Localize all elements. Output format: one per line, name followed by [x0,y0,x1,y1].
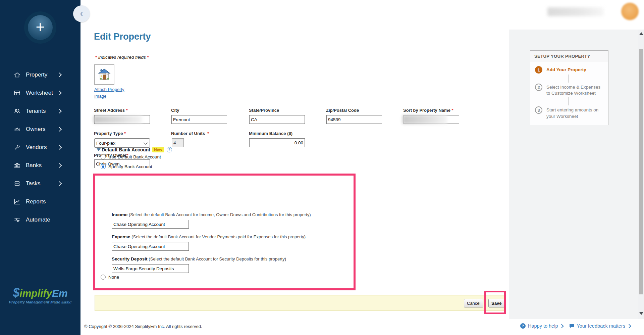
property-image-thumbnail[interactable] [94,64,114,85]
step-1-label: Add Your Property [546,66,586,73]
add-new-button-circle: + [28,15,53,40]
right-panel: SETUP YOUR PROPERTY 1 Add Your Property … [509,30,638,319]
title-divider [94,47,505,47]
sidebar-item-label: Owners [26,126,46,133]
property-type-value: Four-plex [96,141,115,146]
worksheet-icon [13,89,21,97]
sort-name-label: Sort by Property Name * [403,108,453,113]
sliders-icon [13,216,21,224]
happy-to-help-link[interactable]: ? Happy to help [520,323,567,329]
state-input[interactable] [249,115,305,124]
income-label: Income (Select the default Bank Account … [112,212,311,217]
step-connector [569,97,569,105]
radio-label: Specify Bank Account [108,164,152,169]
attach-property-image-link[interactable]: Attach Property Image [94,86,128,100]
cancel-button[interactable]: Cancel [464,299,483,307]
property-type-label: Property Type * [94,131,126,136]
add-new-button[interactable]: + [24,11,56,44]
highlight-annotation-save [484,291,506,314]
sidebar-item-label: Reports [26,198,46,205]
app-window: + Property Worksheet [0,0,644,335]
chevron-down-icon [144,141,147,144]
chevron-right-icon [57,163,62,168]
chevron-right-icon [560,324,564,328]
expense-label: Expense (Select the default Bank Account… [112,234,306,239]
collapse-triangle-icon[interactable] [97,148,101,151]
units-input [172,138,184,147]
step-1-badge: 1 [535,66,542,74]
sidebar-item-label: Banks [26,162,42,169]
simplifyem-logo: $implifyEm Property Management Made Easy… [0,286,80,304]
help-circle-icon: ? [520,323,526,329]
radio-specify-bank[interactable]: Specify Bank Account [101,164,152,169]
units-label: Number of Units * [171,131,209,136]
sidebar-item-worksheet[interactable]: Worksheet [0,84,80,102]
radio-use-default-bank[interactable]: Use Default Bank Account [101,154,161,159]
chevron-right-icon [57,73,62,77]
required-fields-note: * indicates required fields * [95,55,149,60]
radio-none[interactable]: None [101,275,119,280]
radio-icon [101,275,106,280]
sidebar-item-banks[interactable]: Banks [0,156,80,175]
sidebar-item-vendors[interactable]: Vendors [0,138,80,156]
city-input[interactable] [171,115,227,124]
sidebar-item-owners[interactable]: Owners [0,120,80,138]
sidebar-item-label: Tasks [26,180,40,187]
sidebar-item-tasks[interactable]: Tasks [0,175,80,193]
sort-name-redacted [402,115,447,124]
action-bar [95,295,506,311]
section-divider [94,173,506,173]
sidebar-nav: Property Worksheet Tenants [0,66,80,229]
avatar[interactable] [621,3,639,20]
sidebar: + Property Worksheet [0,0,80,335]
scroll-up-icon[interactable] [639,32,643,35]
house-icon [97,67,112,82]
sidebar-item-label: Automate [26,217,50,223]
plus-icon: + [36,19,45,35]
scroll-down-icon[interactable] [639,312,643,315]
sidebar-item-label: Worksheet [26,90,53,96]
step-3-label: Start entering amounts on your Worksheet [546,106,603,119]
zip-label: Zip/Postal Code [326,108,359,113]
feedback-bubble-icon [569,324,574,328]
chevron-right-icon [57,181,62,186]
step-3-badge: 3 [535,106,542,114]
account-name-redacted[interactable] [547,7,604,16]
crown-icon [13,126,21,133]
zip-input[interactable] [326,115,382,124]
bank-section-header: Default Bank Account New ? [97,147,172,152]
scrollbar-thumb[interactable] [639,49,643,294]
sidebar-item-label: Tenants [26,108,46,114]
chart-icon [13,198,21,205]
radio-label: Use Default Bank Account [108,154,161,159]
step-connector [569,75,569,83]
chevron-left-icon: ‹ [80,8,83,19]
sidebar-item-property[interactable]: Property [0,66,80,84]
min-balance-input[interactable] [249,138,305,147]
chevron-right-icon [57,109,62,113]
logo-dollar: $ [13,286,19,299]
help-icon[interactable]: ? [167,147,172,152]
chevron-right-icon [627,324,631,328]
home-icon [13,71,21,79]
city-label: City [171,108,179,113]
vertical-scrollbar[interactable] [638,30,644,319]
logo-em: Em [52,288,68,299]
new-badge: New [152,147,164,152]
sidebar-item-reports[interactable]: Reports [0,193,80,211]
footer-links: ? Happy to help Your feedback matters [520,323,634,329]
sidebar-item-automate[interactable]: Automate [0,211,80,229]
bank-icon [13,162,21,169]
setup-step-3: 3 Start entering amounts on your Workshe… [535,106,603,119]
sidebar-collapse-button[interactable]: ‹ [73,5,90,22]
setup-step-1: 1 Add Your Property [535,66,603,74]
street-address-label: Street Address * [94,108,128,113]
security-deposit-bank-input[interactable] [112,264,189,273]
street-address-redacted [94,116,142,123]
feedback-link[interactable]: Your feedback matters [569,323,634,329]
property-type-select[interactable]: Four-plex [94,138,150,148]
sidebar-item-tenants[interactable]: Tenants [0,102,80,120]
help-link-label: Happy to help [528,323,558,329]
expense-bank-input[interactable] [112,242,189,251]
income-bank-input[interactable] [112,220,189,229]
